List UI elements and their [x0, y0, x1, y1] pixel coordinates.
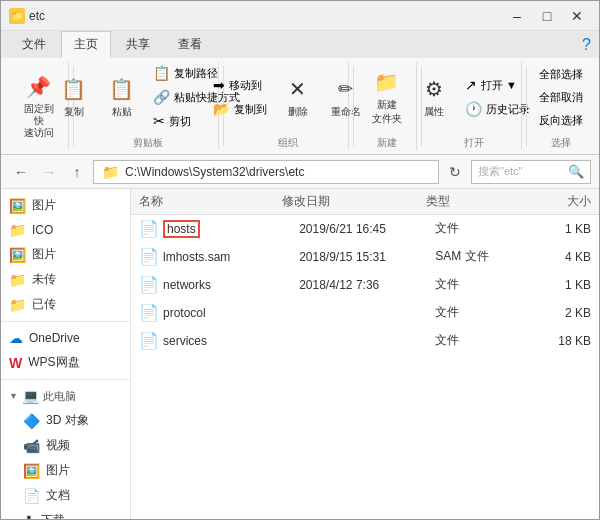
tab-file[interactable]: 文件 — [9, 31, 59, 58]
close-button[interactable]: ✕ — [563, 6, 591, 26]
col-name[interactable]: 名称 — [139, 193, 282, 210]
select-small-group: 全部选择 全部取消 反向选择 — [534, 64, 588, 131]
cut-label: 剪切 — [169, 114, 191, 129]
move-icon: ➡ — [213, 77, 225, 93]
minimize-button[interactable]: – — [503, 6, 531, 26]
onedrive-icon: ☁ — [9, 330, 23, 346]
file-list: 📄 hosts 2019/6/21 16:45 文件 1 KB 📄 lmhost… — [131, 215, 599, 520]
invert-select-button[interactable]: 反向选择 — [534, 110, 588, 131]
file-area: 名称 修改日期 类型 大小 📄 hosts 2019/6/21 16:45 文件… — [131, 189, 599, 520]
address-path: C:\Windows\System32\drivers\etc — [125, 165, 304, 179]
file-item-networks[interactable]: 📄 networks 2018/4/12 7:36 文件 1 KB — [131, 271, 599, 299]
ribbon-content: 📌 固定到快速访问 📋 复制 📋 粘贴 📋 — [1, 58, 599, 154]
sidebar-item-label: OneDrive — [29, 331, 80, 345]
invert-select-label: 反向选择 — [539, 113, 583, 128]
file-item-protocol[interactable]: 📄 protocol 文件 2 KB — [131, 299, 599, 327]
file-type-services: 文件 — [435, 332, 533, 349]
open-button[interactable]: ↗ 打开 ▼ — [460, 74, 535, 96]
file-date-networks: 2018/4/12 7:36 — [299, 278, 429, 292]
up-button[interactable]: ↑ — [65, 160, 89, 184]
sidebar-item-label: 3D 对象 — [46, 412, 89, 429]
open-small-group: ↗ 打开 ▼ 🕐 历史记录 — [460, 74, 535, 120]
file-item-lmhosts[interactable]: 📄 lmhosts.sam 2018/9/15 15:31 SAM 文件 4 K… — [131, 243, 599, 271]
help-icon[interactable]: ? — [582, 36, 591, 54]
copy-to-button[interactable]: 📂 复制到 — [208, 98, 272, 120]
sidebar-item-pictures2[interactable]: 🖼️ 图片 — [1, 242, 130, 267]
file-size-services: 18 KB — [539, 334, 591, 348]
move-label: 移动到 — [229, 78, 262, 93]
history-button[interactable]: 🕐 历史记录 — [460, 98, 535, 120]
sidebar-item-label: 视频 — [46, 437, 70, 454]
properties-icon: ⚙ — [420, 75, 448, 103]
back-button[interactable]: ← — [9, 160, 33, 184]
deselect-all-label: 全部取消 — [539, 90, 583, 105]
refresh-button[interactable]: ↻ — [443, 160, 467, 184]
new-label: 新建 — [377, 132, 397, 150]
sidebar-item-onedrive[interactable]: ☁ OneDrive — [1, 326, 130, 350]
copy-to-icon: 📂 — [213, 101, 230, 117]
sidebar-item-label: 未传 — [32, 271, 56, 288]
paste-button[interactable]: 📋 粘贴 — [100, 70, 144, 124]
forward-button[interactable]: → — [37, 160, 61, 184]
ribbon-group-organize: ➡ 移动到 📂 复制到 ✕ 删除 ✏ 重命名 组织 — [228, 62, 348, 150]
paste-label: 粘贴 — [112, 105, 132, 119]
sidebar-item-thispc[interactable]: ▼ 💻 此电脑 — [1, 384, 130, 408]
file-list-header: 名称 修改日期 类型 大小 — [131, 189, 599, 215]
file-date-lmhosts: 2018/9/15 15:31 — [299, 250, 429, 264]
future-icon: 📁 — [9, 272, 26, 288]
clipboard-label: 剪贴板 — [133, 132, 163, 150]
open-icon: ↗ — [465, 77, 477, 93]
file-item-services[interactable]: 📄 services 文件 18 KB — [131, 327, 599, 355]
new-folder-icon: 📁 — [373, 68, 401, 96]
file-size-protocol: 2 KB — [539, 306, 591, 320]
file-size-hosts: 1 KB — [539, 222, 591, 236]
sidebar-item-3dobjects[interactable]: 🔷 3D 对象 — [1, 408, 130, 433]
copy-icon: 📋 — [60, 75, 88, 103]
sidebar-item-ico[interactable]: 📁 ICO — [1, 218, 130, 242]
sep3 — [353, 66, 354, 146]
tab-view[interactable]: 查看 — [165, 31, 215, 58]
sidebar-item-label: 图片 — [32, 197, 56, 214]
ribbon: 文件 主页 共享 查看 ? 📌 固定到快速访问 📋 复制 — [1, 31, 599, 155]
address-bar[interactable]: 📁 C:\Windows\System32\drivers\etc — [93, 160, 439, 184]
window-title: etc — [29, 9, 45, 23]
col-size[interactable]: 大小 — [534, 193, 591, 210]
pictures-icon: 🖼️ — [9, 198, 26, 214]
col-type[interactable]: 类型 — [426, 193, 534, 210]
sidebar-item-downloads[interactable]: ⬇ 下载 — [1, 508, 130, 520]
sidebar-item-documents[interactable]: 📄 文档 — [1, 483, 130, 508]
file-item-hosts[interactable]: 📄 hosts 2019/6/21 16:45 文件 1 KB — [131, 215, 599, 243]
file-name-hosts: hosts — [163, 222, 293, 236]
delete-button[interactable]: ✕ 删除 — [276, 70, 320, 124]
images-icon: 🖼️ — [23, 463, 40, 479]
properties-button[interactable]: ⚙ 属性 — [412, 70, 456, 124]
move-to-button[interactable]: ➡ 移动到 — [208, 74, 272, 96]
tab-home[interactable]: 主页 — [61, 31, 111, 58]
documents-icon: 📄 — [23, 488, 40, 504]
search-bar[interactable]: 搜索"etc" 🔍 — [471, 160, 591, 184]
organize-small-group: ➡ 移动到 📂 复制到 — [208, 74, 272, 120]
file-icon-hosts: 📄 — [139, 219, 157, 238]
deselect-all-button[interactable]: 全部取消 — [534, 87, 588, 108]
sidebar-item-images[interactable]: 🖼️ 图片 — [1, 458, 130, 483]
copy-button[interactable]: 📋 复制 — [52, 70, 96, 124]
videos-icon: 📹 — [23, 438, 40, 454]
maximize-button[interactable]: □ — [533, 6, 561, 26]
sidebar-item-label: 已传 — [32, 296, 56, 313]
sidebar-item-pictures[interactable]: 🖼️ 图片 — [1, 193, 130, 218]
tab-share[interactable]: 共享 — [113, 31, 163, 58]
select-label: 选择 — [551, 132, 571, 150]
organize-buttons: ➡ 移动到 📂 复制到 ✕ 删除 ✏ 重命名 — [208, 62, 368, 132]
sidebar-item-label: 文档 — [46, 487, 70, 504]
file-type-networks: 文件 — [435, 276, 533, 293]
sidebar-item-videos[interactable]: 📹 视频 — [1, 433, 130, 458]
sidebar-item-sent[interactable]: 📁 已传 — [1, 292, 130, 317]
sidebar-divider1 — [1, 321, 130, 322]
col-date[interactable]: 修改日期 — [282, 193, 425, 210]
new-folder-button[interactable]: 📁 新建文件夹 — [365, 63, 409, 131]
nav-bar: ← → ↑ 📁 C:\Windows\System32\drivers\etc … — [1, 155, 599, 189]
select-all-button[interactable]: 全部选择 — [534, 64, 588, 85]
sent-icon: 📁 — [9, 297, 26, 313]
sidebar-item-future[interactable]: 📁 未传 — [1, 267, 130, 292]
sidebar-item-wps[interactable]: W WPS网盘 — [1, 350, 130, 375]
